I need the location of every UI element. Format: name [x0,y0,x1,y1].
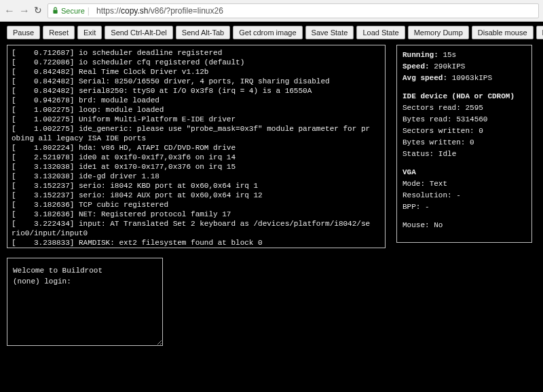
bytes-read-label: Bytes read: [402,115,452,123]
serial-console[interactable]: Welcome to Buildroot (none) login: [7,258,163,346]
separator: | [88,6,90,16]
bytes-written-label: Bytes written: [402,138,465,146]
avgspeed-label: Avg speed: [402,74,447,82]
serial-line-2: (none) login: [13,277,71,286]
ide-header: IDE device (HDA or CDROM) [402,92,514,100]
save-state-button[interactable]: Save State [305,26,354,39]
lock-icon [52,7,58,14]
url-bar[interactable]: Secure | https://copy.sh/v86/?profile=li… [48,3,539,18]
res-label: Resolution: [402,191,452,199]
lock-mouse-button[interactable]: Lock mouse [536,26,543,39]
bpp-value: - [425,203,430,211]
bpp-label: BPP: [402,203,420,211]
vga-header: VGA [402,168,416,176]
avgspeed-value: 10963kIPS [452,74,492,82]
mouse-value: No [434,221,443,229]
forward-icon[interactable]: → [19,5,30,17]
mode-label: Mode: [402,180,425,188]
mouse-label: Mouse: [402,221,430,229]
memory-dump-button[interactable]: Memory Dump [408,26,469,39]
exit-button[interactable]: Exit [77,26,102,39]
page-body: Pause Reset Exit Send Ctrl-Alt-Del Send … [0,22,543,392]
send-alttab-button[interactable]: Send Alt-Tab [176,26,230,39]
reset-button[interactable]: Reset [43,26,75,39]
speed-value: 290kIPS [434,62,465,71]
speed-label: Speed: [402,62,430,71]
load-state-button[interactable]: Load State [356,26,405,39]
secure-indicator: Secure [52,7,85,15]
url-text: https://copy.sh/v86/?profile=linux26 [96,6,223,16]
main-layout: [ 0.712687] io scheduler deadline regist… [7,45,536,248]
sectors-read-value: 2595 [465,104,483,112]
url-prefix: https:// [96,6,121,16]
status-label: Status: [402,150,434,158]
serial-line-1: Welcome to Buildroot [13,267,102,275]
back-icon[interactable]: ← [4,5,15,17]
stats-panel: Running: 15s Speed: 290kIPS Avg speed: 1… [396,45,532,243]
mode-value: Text [430,180,447,188]
url-path: /v86/?profile=linux26 [148,6,223,16]
disable-mouse-button[interactable]: Disable mouse [472,26,533,39]
res-value: - [456,191,461,199]
running-label: Running: [402,51,438,59]
status-value: Idle [438,150,456,158]
sectors-written-value: 0 [479,127,483,135]
get-cdrom-button[interactable]: Get cdrom image [233,26,302,39]
svg-rect-0 [53,10,57,14]
send-ctrlaltdel-button[interactable]: Send Ctrl-Alt-Del [105,26,173,39]
sectors-written-label: Sectors written: [402,127,474,135]
url-host: copy.sh [121,6,148,16]
terminal-screen[interactable]: [ 0.712687] io scheduler deadline regist… [7,45,386,248]
toolbar: Pause Reset Exit Send Ctrl-Alt-Del Send … [7,26,536,39]
pause-button[interactable]: Pause [7,26,40,39]
secure-label: Secure [61,7,85,15]
nav-arrows: ← → ↻ [4,5,42,17]
reload-icon[interactable]: ↻ [34,5,42,17]
bytes-read-value: 5314560 [456,115,487,123]
bytes-written-value: 0 [470,138,474,146]
browser-address-bar: ← → ↻ Secure | https://copy.sh/v86/?prof… [0,0,543,22]
sectors-read-label: Sectors read: [402,104,461,112]
running-value: 15s [443,51,456,59]
